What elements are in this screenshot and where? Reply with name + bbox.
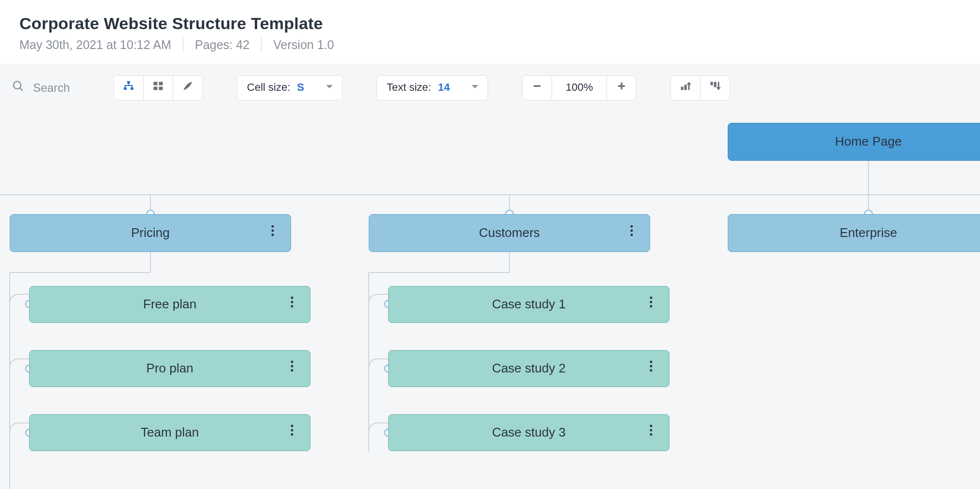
- search-input[interactable]: Search: [12, 80, 70, 96]
- cell-size-dropdown[interactable]: [314, 76, 342, 100]
- svg-rect-12: [681, 87, 683, 90]
- text-size-dropdown[interactable]: [459, 76, 488, 100]
- grid-icon: [152, 80, 164, 96]
- svg-point-53: [291, 369, 294, 371]
- svg-point-62: [650, 369, 653, 371]
- zoom-in-button[interactable]: [607, 76, 636, 100]
- node-menu-button[interactable]: [287, 361, 297, 376]
- plus-icon: [616, 80, 627, 96]
- node-free-plan[interactable]: Free plan: [29, 286, 310, 323]
- svg-point-58: [650, 301, 653, 304]
- svg-point-49: [291, 301, 294, 304]
- svg-point-39: [272, 225, 274, 228]
- view-feather-button[interactable]: [173, 76, 202, 100]
- svg-point-51: [291, 361, 294, 363]
- svg-rect-5: [154, 82, 157, 85]
- svg-point-42: [631, 225, 633, 228]
- svg-rect-2: [127, 81, 130, 84]
- view-mode-group: [114, 75, 203, 101]
- minus-icon: [531, 80, 543, 96]
- node-menu-button[interactable]: [646, 425, 656, 440]
- more-vertical-icon: [649, 360, 653, 377]
- meta-separator: [261, 37, 261, 52]
- svg-point-60: [650, 361, 653, 363]
- view-sitemap-button[interactable]: [114, 76, 144, 100]
- chevron-down-icon: [326, 81, 333, 95]
- svg-point-0: [14, 82, 21, 89]
- svg-point-57: [650, 297, 653, 299]
- meta-date: May 30th, 2021 at 10:12 AM: [19, 37, 171, 53]
- svg-point-64: [650, 429, 653, 432]
- more-vertical-icon: [290, 296, 294, 313]
- more-vertical-icon: [649, 296, 653, 313]
- svg-rect-13: [685, 85, 686, 90]
- sort-group: [670, 75, 730, 101]
- meta-pages: Pages: 42: [195, 37, 250, 53]
- node-menu-button[interactable]: [646, 361, 656, 376]
- cell-size-select[interactable]: Cell size: S: [237, 75, 343, 101]
- node-team-plan[interactable]: Team plan: [29, 414, 310, 451]
- text-size-select[interactable]: Text size: 14: [376, 75, 488, 101]
- node-pricing[interactable]: Pricing: [10, 214, 291, 252]
- node-pro-plan[interactable]: Pro plan: [29, 350, 310, 387]
- node-customers[interactable]: Customers: [369, 214, 650, 252]
- meta-separator: [183, 37, 183, 52]
- svg-point-56: [291, 433, 294, 436]
- node-case-study-2[interactable]: Case study 2: [388, 350, 670, 387]
- zoom-value[interactable]: 100%: [552, 76, 607, 100]
- svg-point-55: [291, 429, 294, 432]
- sort-desc-button[interactable]: [701, 76, 730, 100]
- node-menu-button[interactable]: [287, 297, 297, 312]
- node-menu-button[interactable]: [267, 226, 278, 240]
- svg-rect-3: [124, 87, 127, 90]
- meta-pages-label: Pages:: [195, 38, 233, 51]
- meta-pages-value: 42: [236, 38, 250, 51]
- view-grid-button[interactable]: [144, 76, 173, 100]
- node-case-study-3[interactable]: Case study 3: [388, 414, 670, 451]
- text-size-label: Text size:: [387, 81, 431, 95]
- node-label: Home Page: [835, 134, 901, 150]
- sort-desc-icon: [709, 80, 721, 96]
- search-icon: [12, 80, 24, 96]
- meta-version: Version 1.0: [273, 37, 334, 53]
- zoom-out-button[interactable]: [523, 76, 552, 100]
- svg-point-43: [631, 230, 633, 232]
- svg-rect-11: [621, 83, 622, 89]
- node-label: Customers: [479, 225, 540, 241]
- node-label: Pricing: [131, 225, 169, 241]
- node-enterprise[interactable]: Enterprise: [728, 214, 980, 252]
- node-label: Case study 1: [492, 296, 566, 313]
- svg-rect-6: [154, 87, 157, 90]
- node-menu-button[interactable]: [646, 297, 656, 312]
- svg-rect-15: [714, 82, 716, 87]
- canvas[interactable]: Search Cell size:: [0, 64, 980, 489]
- page-meta: May 30th, 2021 at 10:12 AM Pages: 42 Ver…: [19, 37, 961, 53]
- sort-asc-button[interactable]: [671, 76, 701, 100]
- chevron-down-icon: [471, 81, 479, 95]
- node-label: Free plan: [143, 296, 196, 313]
- svg-rect-14: [711, 82, 713, 85]
- svg-rect-9: [534, 85, 540, 86]
- svg-rect-8: [159, 87, 163, 90]
- cell-size-label: Cell size:: [247, 81, 290, 95]
- svg-rect-7: [159, 82, 163, 85]
- node-label: Team plan: [141, 424, 199, 441]
- svg-line-1: [20, 88, 22, 90]
- zoom-text: 100%: [562, 81, 597, 95]
- search-placeholder: Search: [33, 80, 70, 95]
- sitemap-stage[interactable]: Home Page Pricing Customers Enterprise F…: [0, 112, 980, 489]
- more-vertical-icon: [290, 424, 294, 441]
- more-vertical-icon: [290, 360, 294, 377]
- node-case-study-1[interactable]: Case study 1: [388, 286, 670, 323]
- text-size-value: 14: [438, 81, 450, 95]
- svg-point-44: [631, 234, 633, 236]
- toolbar: Search Cell size:: [0, 64, 980, 112]
- zoom-control: 100%: [522, 75, 637, 101]
- node-menu-button[interactable]: [287, 425, 297, 440]
- node-menu-button[interactable]: [626, 226, 637, 240]
- svg-point-65: [650, 433, 653, 436]
- svg-point-59: [650, 305, 653, 307]
- node-home-page[interactable]: Home Page: [728, 123, 980, 161]
- svg-point-41: [272, 234, 274, 236]
- svg-rect-4: [131, 87, 133, 90]
